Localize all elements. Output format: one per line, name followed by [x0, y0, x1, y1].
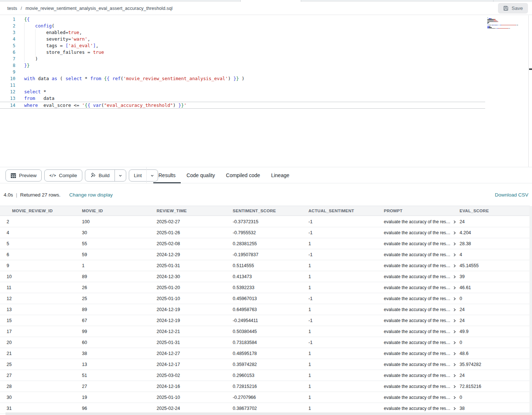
- breadcrumb-dir[interactable]: tests: [7, 6, 17, 11]
- prompt-expand-icon[interactable]: [453, 308, 456, 312]
- cell-prompt[interactable]: evaluate the accuracy of the res…: [384, 285, 460, 290]
- prompt-expand-icon[interactable]: [453, 286, 456, 290]
- code-line[interactable]: 9: [0, 69, 532, 75]
- code-line[interactable]: 2 config(: [0, 23, 532, 29]
- code-token: }: [27, 63, 30, 68]
- status-separator: |: [16, 192, 18, 198]
- cell-prompt[interactable]: evaluate the accuracy of the res…: [384, 351, 460, 356]
- prompt-expand-icon[interactable]: [453, 242, 456, 246]
- prompt-expand-icon[interactable]: [453, 330, 456, 334]
- prompt-expand-icon[interactable]: [453, 363, 456, 367]
- cell-movie_id: 27: [82, 384, 157, 389]
- cell-movie_review_id: 12: [7, 296, 82, 301]
- code-token: [79, 102, 82, 108]
- cell-review_time: 2025-01-10: [157, 296, 233, 301]
- code-token: tags =: [24, 43, 65, 48]
- code-line[interactable]: 3 enabled=true,: [0, 29, 532, 36]
- minimap-line: [487, 20, 494, 20]
- code-line[interactable]: 12select *: [0, 89, 532, 95]
- cell-prompt[interactable]: evaluate the accuracy of the res…: [384, 252, 460, 257]
- prompt-expand-icon[interactable]: [453, 407, 456, 411]
- table-row: 30192025-01-10-0.27079661evaluate the ac…: [0, 392, 530, 403]
- lint-label: Lint: [134, 173, 142, 178]
- build-dropdown-toggle[interactable]: [115, 170, 126, 181]
- cell-prompt[interactable]: evaluate the accuracy of the res…: [384, 340, 460, 345]
- cell-actual_sentiment: 1: [308, 351, 384, 356]
- editor-actions: Preview </> Compile Build: [5, 169, 158, 182]
- minimap[interactable]: [487, 18, 528, 58]
- cell-prompt[interactable]: evaluate the accuracy of the res…: [384, 296, 460, 301]
- code-line[interactable]: 13from data: [0, 95, 532, 102]
- cell-prompt[interactable]: evaluate the accuracy of the res…: [384, 318, 460, 323]
- prompt-expand-icon[interactable]: [453, 385, 456, 389]
- horizontal-scrollbar-track[interactable]: [5, 412, 532, 415]
- cell-movie_id: 96: [82, 406, 157, 411]
- tab-lineage[interactable]: Lineage: [266, 167, 295, 183]
- code-line[interactable]: 1{{: [0, 16, 532, 23]
- line-number: 8: [0, 62, 15, 69]
- column-header-movie_review_id: MOVIE_REVIEW_ID: [7, 209, 82, 213]
- lint-button[interactable]: Lint: [129, 170, 147, 181]
- column-header-eval_score: EVAL_SCORE: [460, 209, 530, 213]
- cell-prompt[interactable]: evaluate the accuracy of the res…: [384, 263, 460, 268]
- compile-button[interactable]: </> Compile: [44, 169, 82, 182]
- code-line[interactable]: 14where eval_score <= '{{ var("eval_accu…: [0, 102, 485, 109]
- minimap-line: [496, 28, 497, 29]
- tab-code-quality[interactable]: Code quality: [181, 167, 221, 183]
- preview-table-icon: [11, 173, 16, 178]
- line-number: 5: [0, 42, 15, 49]
- prompt-expand-icon[interactable]: [453, 374, 456, 378]
- code-line[interactable]: 11: [0, 82, 532, 89]
- line-number: 7: [0, 56, 15, 62]
- cell-sentiment_score: -0.7955532: [233, 230, 308, 235]
- cell-prompt[interactable]: evaluate the accuracy of the res…: [384, 395, 460, 400]
- code-line[interactable]: 5 tags = ['ai_eval'],: [0, 42, 532, 49]
- vertical-scrollbar-track[interactable]: [529, 206, 532, 412]
- code-token: ': [184, 102, 187, 108]
- cell-prompt[interactable]: evaluate the accuracy of the res…: [384, 219, 460, 224]
- cell-prompt[interactable]: evaluate the accuracy of the res…: [384, 230, 460, 235]
- tab-compiled-code[interactable]: Compiled code: [221, 167, 266, 183]
- cell-prompt[interactable]: evaluate the accuracy of the res…: [384, 406, 460, 411]
- prompt-expand-icon[interactable]: [453, 352, 456, 356]
- prompt-expand-icon[interactable]: [453, 297, 456, 301]
- code-line[interactable]: 7 ): [0, 56, 532, 62]
- cell-prompt[interactable]: evaluate the accuracy of the res…: [384, 373, 460, 378]
- code-line[interactable]: 4 severity='warn',: [0, 36, 532, 42]
- line-number: 9: [0, 69, 15, 75]
- build-button[interactable]: Build: [85, 170, 115, 181]
- cell-movie_id: 89: [82, 307, 157, 312]
- save-button[interactable]: Save: [498, 3, 528, 14]
- code-editor[interactable]: 1{{2 config(3 enabled=true,4 severity='w…: [0, 15, 532, 167]
- change-row-display-link[interactable]: Change row display: [69, 192, 113, 198]
- scrollbar-annotation-mark[interactable]: [529, 68, 532, 70]
- prompt-expand-icon[interactable]: [453, 253, 456, 257]
- cell-prompt[interactable]: evaluate the accuracy of the res…: [384, 362, 460, 367]
- tab-results[interactable]: Results: [153, 167, 181, 183]
- cell-prompt[interactable]: evaluate the accuracy of the res…: [384, 307, 460, 312]
- prompt-expand-icon[interactable]: [453, 341, 456, 345]
- prompt-expand-icon[interactable]: [453, 319, 456, 323]
- cell-movie_review_id: 27: [7, 373, 82, 378]
- prompt-expand-icon[interactable]: [453, 275, 456, 279]
- cell-prompt[interactable]: evaluate the accuracy of the res…: [384, 241, 460, 246]
- download-csv-link[interactable]: Download CSV: [495, 192, 528, 198]
- cell-prompt[interactable]: evaluate the accuracy of the res…: [384, 329, 460, 334]
- code-line[interactable]: 6 store_failures = true: [0, 49, 532, 56]
- code-token: {: [104, 76, 107, 81]
- code-line[interactable]: 8}}: [0, 62, 532, 69]
- prompt-expand-icon[interactable]: [453, 396, 456, 400]
- query-status-bar: 4.0s | Returned 27 rows. Change row disp…: [0, 184, 532, 206]
- cell-prompt[interactable]: evaluate the accuracy of the res…: [384, 384, 460, 389]
- code-token: ,: [79, 30, 82, 35]
- prompt-expand-icon[interactable]: [453, 220, 456, 224]
- cell-prompt[interactable]: evaluate the accuracy of the res…: [384, 274, 460, 279]
- tab-label: Compiled code: [226, 172, 260, 178]
- cell-movie_review_id: 5: [7, 241, 82, 246]
- code-line[interactable]: 10with data as ( select * from {{ ref('m…: [0, 75, 532, 82]
- preview-button[interactable]: Preview: [5, 169, 42, 182]
- indent-guide: [24, 23, 25, 29]
- code-token: =: [68, 36, 71, 42]
- prompt-expand-icon[interactable]: [453, 231, 456, 235]
- prompt-expand-icon[interactable]: [453, 264, 456, 268]
